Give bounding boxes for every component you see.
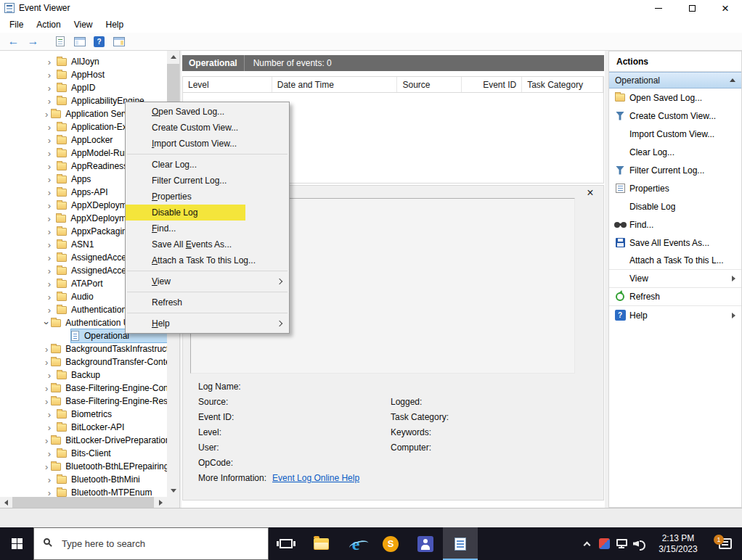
tree-item[interactable]: Bluetooth-BthLEPrepairing — [45, 460, 167, 473]
collapse-arrow-icon[interactable] — [730, 78, 735, 82]
action-item[interactable]: Find... — [609, 215, 741, 234]
scroll-up-arrow-icon[interactable] — [167, 51, 179, 63]
chevron-right-icon[interactable] — [45, 436, 48, 445]
chevron-right-icon[interactable] — [45, 214, 53, 223]
action-item[interactable]: Clear Log... — [609, 143, 741, 161]
chevron-right-icon[interactable] — [45, 136, 54, 145]
action-item[interactable]: Save All Events As... — [609, 234, 741, 252]
network-button[interactable] — [613, 527, 630, 560]
chevron-down-icon[interactable] — [42, 321, 52, 324]
chevron-right-icon[interactable] — [45, 227, 54, 236]
chevron-right-icon[interactable] — [45, 371, 54, 380]
task-view-button[interactable] — [269, 527, 303, 560]
context-menu-item[interactable]: Disable Log — [126, 205, 289, 221]
tree-item[interactable]: BackgroundTaskInfrastructure — [45, 342, 167, 355]
chevron-right-icon[interactable] — [45, 423, 54, 432]
search-input[interactable] — [33, 527, 269, 560]
column-header-level[interactable]: Level — [183, 77, 272, 92]
help-toolbar-button[interactable] — [90, 33, 108, 49]
column-header-date-and-time[interactable]: Date and Time — [272, 77, 398, 92]
tree-item[interactable]: AllJoyn — [45, 55, 167, 68]
chevron-right-icon[interactable] — [45, 188, 54, 197]
action-center-button[interactable]: 1 — [709, 538, 742, 549]
context-menu-item[interactable]: Attach a Task To this Log... — [126, 252, 289, 268]
tree-item[interactable]: BitLocker-DrivePreparationTool — [45, 434, 167, 447]
context-menu-item[interactable]: Properties — [126, 189, 289, 205]
chevron-right-icon[interactable] — [45, 345, 48, 354]
tray-app-button[interactable] — [595, 527, 613, 560]
context-menu-item[interactable]: Save All Events As... — [126, 236, 289, 252]
tree-item[interactable]: AppHost — [45, 68, 167, 81]
event-viewer-taskbar-button[interactable] — [443, 527, 478, 560]
action-item[interactable]: Create Custom View... — [609, 107, 741, 125]
chevron-right-icon[interactable] — [45, 110, 48, 119]
actions-section-header[interactable]: Operational — [609, 72, 741, 88]
taskbar-clock[interactable]: 2:13 PM 3/15/2023 — [648, 533, 709, 555]
horizontal-scrollbar-thumb[interactable] — [12, 497, 154, 508]
skype-button[interactable] — [373, 527, 408, 560]
scroll-left-arrow-icon[interactable] — [0, 497, 12, 508]
taskbar-search[interactable] — [33, 527, 269, 560]
show-console-tree-button[interactable] — [70, 33, 89, 49]
scroll-right-arrow-icon[interactable] — [155, 497, 167, 508]
chevron-right-icon[interactable] — [45, 449, 54, 458]
menu-file[interactable]: File — [3, 17, 30, 32]
chevron-right-icon[interactable] — [45, 70, 54, 80]
volume-button[interactable] — [630, 527, 648, 560]
context-menu-item[interactable]: Clear Log... — [126, 157, 289, 173]
menu-action[interactable]: Action — [30, 17, 67, 32]
tree-horizontal-scrollbar[interactable] — [0, 497, 167, 508]
tree-item[interactable]: Biometrics — [45, 408, 167, 421]
maximize-button[interactable] — [675, 0, 709, 16]
chevron-right-icon[interactable] — [45, 123, 54, 132]
chevron-right-icon[interactable] — [45, 240, 54, 250]
chevron-right-icon[interactable] — [45, 175, 54, 184]
column-header-source[interactable]: Source — [397, 77, 462, 92]
tree-item[interactable]: Bits-Client — [45, 447, 167, 460]
chevron-right-icon[interactable] — [45, 279, 54, 289]
tree-item[interactable]: Base-Filtering-Engine-Resource-Flows — [45, 395, 167, 408]
column-header-event-id[interactable]: Event ID — [462, 77, 522, 92]
chevron-right-icon[interactable] — [45, 149, 54, 158]
chevron-right-icon[interactable] — [45, 162, 54, 171]
tree-item[interactable]: Backup — [45, 368, 167, 382]
context-menu-item[interactable]: Filter Current Log... — [126, 173, 289, 189]
chevron-right-icon[interactable] — [45, 292, 54, 302]
minimize-button[interactable] — [642, 0, 675, 16]
context-menu-item[interactable]: Import Custom View... — [126, 136, 289, 152]
tree-item[interactable]: BackgroundTransfer-ContentPrefetcher — [45, 355, 167, 368]
tree-item[interactable]: Bluetooth-BthMini — [45, 473, 167, 486]
forward-button[interactable] — [24, 33, 42, 49]
chevron-right-icon[interactable] — [45, 358, 48, 367]
show-hidden-icons-button[interactable] — [578, 527, 595, 560]
chevron-right-icon[interactable] — [45, 57, 54, 67]
export-list-button[interactable] — [51, 33, 69, 49]
chevron-right-icon[interactable] — [45, 475, 54, 485]
event-log-online-help-link[interactable]: Event Log Online Help — [272, 473, 359, 483]
action-item[interactable]: Disable Log — [609, 197, 741, 215]
action-item[interactable]: Import Custom View... — [609, 125, 741, 143]
chevron-right-icon[interactable] — [45, 96, 54, 106]
internet-explorer-button[interactable] — [338, 527, 373, 560]
context-menu-item[interactable]: Open Saved Log... — [126, 104, 289, 120]
tree-item[interactable]: Bluetooth-MTPEnum — [45, 486, 167, 497]
action-item[interactable]: Open Saved Log... — [609, 88, 741, 107]
action-item[interactable]: Properties — [609, 179, 741, 197]
action-item[interactable]: Attach a Task To this L... — [609, 252, 741, 270]
start-button[interactable] — [0, 527, 33, 560]
tree-item[interactable]: BitLocker-API — [45, 421, 167, 434]
chevron-right-icon[interactable] — [45, 83, 54, 93]
scroll-down-arrow-icon[interactable] — [167, 485, 179, 497]
tree-item[interactable]: Base-Filtering-Engine-Connections — [45, 382, 167, 395]
chevron-right-icon[interactable] — [45, 201, 54, 210]
action-item[interactable]: Refresh — [609, 288, 741, 306]
column-header-task-category[interactable]: Task Category — [522, 77, 603, 92]
context-menu-item[interactable]: View — [126, 273, 289, 289]
action-item[interactable]: Help — [609, 306, 741, 324]
context-menu-item[interactable]: Refresh — [126, 295, 289, 310]
chevron-right-icon[interactable] — [45, 488, 54, 498]
chevron-right-icon[interactable] — [45, 410, 54, 419]
chevron-right-icon[interactable] — [45, 305, 54, 315]
context-menu-item[interactable]: Help — [126, 316, 289, 332]
teams-button[interactable] — [408, 527, 443, 560]
